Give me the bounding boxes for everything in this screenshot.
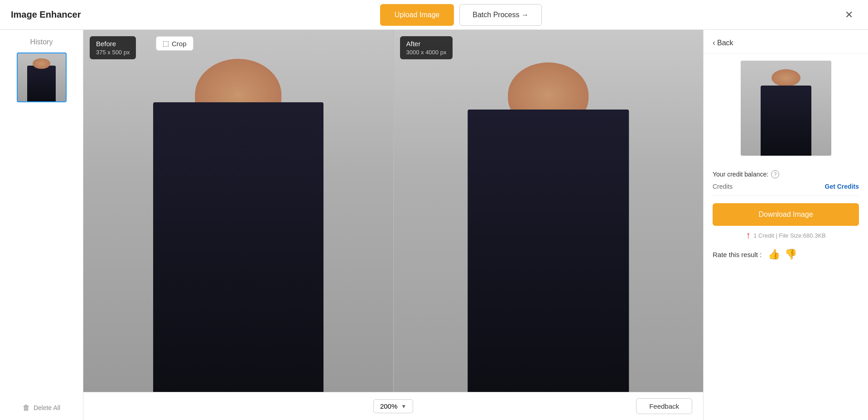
credit-section: Your credit balance: ? Credits Get Credi… bbox=[704, 163, 868, 196]
sidebar: History 🗑 Delete All bbox=[0, 30, 83, 420]
before-label: Before 375 x 500 px bbox=[90, 36, 136, 59]
history-thumbnail[interactable] bbox=[17, 52, 67, 102]
zoom-dropdown-icon: ▼ bbox=[401, 403, 406, 410]
right-panel: ‹ Back Your credit balance: ? Credits Ge… bbox=[703, 30, 868, 420]
header: Image Enhancer Upload Image Batch Proces… bbox=[0, 0, 868, 30]
after-image bbox=[394, 30, 704, 392]
result-preview bbox=[741, 61, 831, 156]
right-top-bar: ‹ Back bbox=[704, 30, 868, 53]
before-size: 375 x 500 px bbox=[96, 48, 130, 57]
before-image bbox=[83, 30, 393, 392]
person-body-before bbox=[153, 102, 323, 392]
file-info-text: 1 Credit | File Size:680.3KB bbox=[753, 232, 825, 239]
feedback-button[interactable]: Feedback bbox=[636, 398, 692, 414]
header-center: Upload Image Batch Process → bbox=[380, 4, 542, 26]
main-layout: History 🗑 Delete All Before 375 x 500 px bbox=[0, 30, 868, 420]
back-button[interactable]: ‹ Back bbox=[713, 38, 733, 48]
rate-buttons: 👍 👎 bbox=[768, 248, 797, 260]
history-title: History bbox=[0, 30, 83, 52]
after-label: After 3000 x 4000 px bbox=[400, 36, 453, 59]
crop-icon: ⬚ bbox=[163, 39, 169, 48]
crop-label: Crop bbox=[172, 40, 187, 48]
credit-row: Credits Get Credits bbox=[713, 183, 859, 196]
image-bottom-bar: 200% ▼ Feedback bbox=[83, 392, 703, 420]
back-chevron-icon: ‹ bbox=[713, 38, 715, 48]
history-thumb-image bbox=[18, 53, 66, 101]
download-image-button[interactable]: Download Image bbox=[713, 203, 859, 226]
images-container: Before 375 x 500 px ⬚ Crop After 3000 x … bbox=[83, 30, 703, 392]
image-area: Before 375 x 500 px ⬚ Crop After 3000 x … bbox=[83, 30, 703, 420]
credit-info-icon[interactable]: ? bbox=[771, 170, 779, 178]
zoom-control[interactable]: 200% ▼ bbox=[373, 399, 413, 413]
like-button[interactable]: 👍 bbox=[768, 248, 780, 260]
close-button[interactable]: ✕ bbox=[841, 7, 857, 23]
credit-balance-label: Your credit balance: ? bbox=[713, 170, 859, 178]
delete-all-button[interactable]: 🗑 Delete All bbox=[23, 396, 60, 420]
arrow-indicator: ↑ bbox=[746, 229, 751, 241]
delete-all-label: Delete All bbox=[34, 404, 60, 411]
person-body-after bbox=[468, 110, 629, 392]
upload-image-button[interactable]: Upload Image bbox=[380, 4, 454, 26]
rate-label: Rate this result : bbox=[713, 251, 762, 258]
result-preview-inner bbox=[741, 61, 831, 156]
trash-icon: 🗑 bbox=[23, 404, 30, 412]
app-title: Image Enhancer bbox=[11, 10, 81, 20]
after-panel: After 3000 x 4000 px bbox=[393, 30, 704, 392]
back-label: Back bbox=[717, 39, 733, 47]
before-panel: Before 375 x 500 px ⬚ Crop bbox=[83, 30, 393, 392]
batch-process-button[interactable]: Batch Process → bbox=[459, 4, 542, 26]
dislike-button[interactable]: 👎 bbox=[785, 248, 797, 260]
credits-label: Credits bbox=[713, 183, 733, 190]
after-size: 3000 x 4000 px bbox=[406, 48, 447, 57]
zoom-value: 200% bbox=[380, 402, 397, 410]
get-credits-button[interactable]: Get Credits bbox=[825, 183, 859, 190]
crop-button[interactable]: ⬚ Crop bbox=[156, 36, 193, 51]
rate-section: Rate this result : 👍 👎 bbox=[704, 241, 868, 260]
header-left: Image Enhancer bbox=[11, 10, 81, 20]
file-info: ↑ 1 Credit | File Size:680.3KB bbox=[704, 229, 868, 241]
